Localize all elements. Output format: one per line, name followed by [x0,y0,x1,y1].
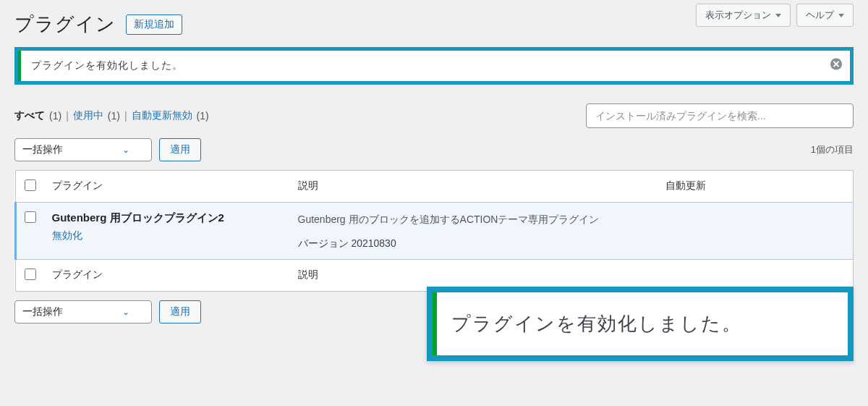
callout-highlight: プラグインを有効化しました。 [427,287,854,361]
apply-button-top[interactable]: 適用 [159,138,201,161]
callout-notice: プラグインを有効化しました。 [433,292,848,355]
bulk-action-select-bottom[interactable]: 一括操作 ⌄ [14,300,152,323]
row-checkbox[interactable] [25,211,36,223]
chevron-down-icon [775,14,781,17]
notice-text: プラグインを有効化しました。 [31,59,183,72]
col-auto-update: 自動更新 [658,171,854,203]
screen-options-button[interactable]: 表示オプション [696,4,791,27]
select-all-top[interactable] [25,179,36,191]
page-title: プラグイン [14,12,116,37]
apply-button-bottom[interactable]: 適用 [159,300,201,323]
col-plugin[interactable]: プラグイン [45,171,291,203]
filter-active-count: (1) [108,110,120,122]
col-description: 説明 [291,171,658,203]
callout-text: プラグインを有効化しました。 [451,313,742,334]
notice-highlight: プラグインを有効化しました。 [14,47,854,85]
items-count: 1個の項目 [811,143,854,156]
search-input[interactable] [595,110,844,122]
close-icon [830,58,843,71]
plugin-description: Gutenberg 用のブロックを追加するACTIONテーマ専用プラグイン [298,211,651,227]
chevron-down-icon: ⌄ [122,307,129,317]
select-all-bottom[interactable] [25,268,36,280]
dismiss-notice-button[interactable] [830,58,843,75]
help-label: ヘルプ [806,9,834,22]
plugin-name: Gutenberg 用ブロックプラグイン2 [52,211,284,225]
filter-auto-off-count: (1) [197,110,209,122]
bulk-action-select[interactable]: 一括操作 ⌄ [14,138,152,161]
bulk-action-label: 一括操作 [22,143,63,156]
screen-options-label: 表示オプション [705,9,771,22]
filter-links: すべて (1) | 使用中 (1) | 自動更新無効 (1) [14,109,209,122]
chevron-down-icon: ⌄ [122,145,129,155]
plugins-table: プラグイン 説明 自動更新 Gutenberg 用ブロックプラグイン2 無効化 … [14,170,854,292]
filter-auto-update-off[interactable]: 自動更新無効 [132,109,192,122]
search-wrapper [586,103,854,128]
bulk-action-label-bottom: 一括操作 [22,305,63,318]
deactivate-link[interactable]: 無効化 [52,229,82,241]
success-notice: プラグインを有効化しました。 [18,51,850,81]
add-new-button[interactable]: 新規追加 [126,14,182,35]
filter-all-count: (1) [49,110,61,122]
col-plugin-foot[interactable]: プラグイン [45,260,291,292]
table-row: Gutenberg 用ブロックプラグイン2 無効化 Gutenberg 用のブロ… [16,203,854,260]
filter-all[interactable]: すべて [14,109,45,122]
plugin-version: バージョン 20210830 [298,237,651,250]
filter-active[interactable]: 使用中 [73,109,103,122]
chevron-down-icon [838,14,844,17]
help-button[interactable]: ヘルプ [796,4,854,27]
